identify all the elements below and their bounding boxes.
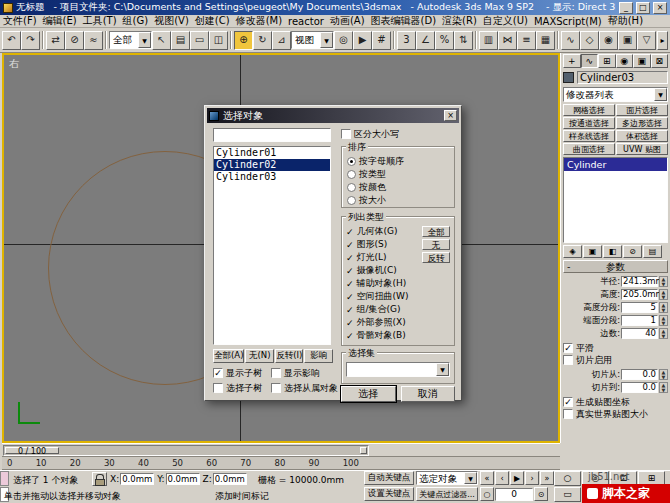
menu-item[interactable]: 修改器(M): [233, 14, 285, 28]
use-pivot-point-center-icon[interactable]: ◎: [334, 31, 353, 50]
chevron-down-icon[interactable]: [436, 363, 449, 376]
checkbox-box[interactable]: [271, 368, 281, 378]
parameter-input[interactable]: 5: [621, 302, 658, 313]
time-slider-handle[interactable]: 0 / 100: [5, 447, 59, 454]
select-and-rotate-icon[interactable]: ↻: [253, 31, 272, 50]
selection-lock-toggle-icon[interactable]: [92, 472, 107, 486]
spinner[interactable]: [659, 276, 668, 287]
case-sensitive-checkbox[interactable]: 区分大小写: [341, 128, 399, 140]
object-color-swatch[interactable]: [563, 72, 574, 83]
viewport-label[interactable]: 右: [9, 57, 19, 71]
checkbox-box[interactable]: [346, 305, 354, 315]
spinner[interactable]: [659, 382, 668, 393]
selection-set-dropdown[interactable]: [346, 362, 450, 377]
modifier-button[interactable]: 曲面选择: [563, 143, 615, 155]
configure-modifier-sets-icon[interactable]: ▤: [643, 245, 662, 258]
title-bar[interactable]: 无标题 - 项目文件夹: C:\Documents and Settings\p…: [0, 0, 670, 15]
menu-item[interactable]: 编辑(E): [40, 14, 80, 28]
schematic-view-icon[interactable]: ◇: [580, 31, 599, 50]
select-and-link-icon[interactable]: ⇄: [46, 31, 65, 50]
object-list-item[interactable]: Cylinder03: [214, 171, 330, 183]
keyboard-shortcut-override-icon[interactable]: #: [372, 31, 391, 50]
time-slider-right-arrow[interactable]: [360, 447, 367, 454]
spinner[interactable]: [659, 328, 668, 339]
unlink-selection-icon[interactable]: ⊘: [65, 31, 84, 50]
selection-filter-dropdown[interactable]: 全部: [109, 31, 152, 49]
coordinate-input[interactable]: 0.0mm: [213, 473, 247, 485]
select-and-move-icon[interactable]: ⊕: [234, 31, 253, 50]
menu-item[interactable]: reactor: [285, 16, 327, 27]
mirror-icon[interactable]: ⋈: [498, 31, 517, 50]
checkbox-box[interactable]: [346, 318, 354, 328]
zoom-region-icon[interactable]: ▭: [554, 487, 581, 502]
modifier-button[interactable]: 多边形选择: [616, 117, 668, 129]
tab-modify[interactable]: ∿: [581, 54, 599, 68]
tree-checkbox[interactable]: 显示子树: [213, 367, 271, 379]
parameter-checkbox[interactable]: 切片启用: [563, 354, 668, 366]
object-name-field[interactable]: Cylinder03: [577, 71, 668, 84]
menu-item[interactable]: 动画(A): [327, 14, 368, 28]
tree-checkbox[interactable]: 显示影响: [271, 367, 339, 379]
tab-utilities[interactable]: ⊠: [651, 54, 669, 68]
tab-display[interactable]: ▣: [633, 54, 651, 68]
modifier-button[interactable]: 样条线选择: [563, 130, 615, 142]
next-frame-button[interactable]: ›: [525, 471, 539, 485]
cancel-button[interactable]: 取消: [401, 386, 456, 402]
sort-radio[interactable]: 按类型: [347, 168, 449, 181]
menu-item[interactable]: 工具(T): [80, 14, 120, 28]
modifier-button[interactable]: 面片选择: [616, 104, 668, 116]
curve-editor-icon[interactable]: ∿: [561, 31, 580, 50]
modifier-button[interactable]: 网格选择: [563, 104, 615, 116]
selected-set-dropdown[interactable]: 选定对象: [416, 471, 478, 485]
select-object-icon[interactable]: ↖: [152, 31, 171, 50]
checkbox-box[interactable]: [213, 383, 223, 393]
minimize-button[interactable]: _: [619, 2, 633, 14]
layer-manager-icon[interactable]: ▦: [536, 31, 555, 50]
time-slider-track[interactable]: 0 / 100: [3, 445, 369, 456]
current-frame-field[interactable]: 0: [495, 488, 533, 501]
checkbox-box[interactable]: [346, 227, 354, 237]
angle-snap-toggle-icon[interactable]: ∠: [416, 31, 435, 50]
add-time-tag[interactable]: 添加时间标记: [215, 490, 269, 503]
edit-named-selection-sets-icon[interactable]: ▥: [479, 31, 498, 50]
make-unique-icon[interactable]: ◧: [603, 245, 622, 258]
toolbar-overflow-arrow[interactable]: ▸: [657, 31, 668, 50]
spinner[interactable]: [659, 289, 668, 300]
menu-item[interactable]: 视图(V): [151, 14, 192, 28]
parameter-checkbox[interactable]: 真实世界贴图大小: [563, 408, 668, 420]
coordinate-input[interactable]: 0.0mm: [120, 473, 154, 485]
show-end-result-icon[interactable]: ▣: [583, 245, 602, 258]
go-to-end-button[interactable]: »: [540, 471, 554, 485]
select-button[interactable]: 选择: [341, 386, 396, 402]
radio-dot[interactable]: [347, 183, 356, 192]
menu-item[interactable]: 组(G): [120, 14, 152, 28]
menu-item[interactable]: 帮助(H): [605, 14, 646, 28]
key-mode-toggle[interactable]: ○: [480, 487, 494, 501]
redo-icon[interactable]: ↷: [21, 31, 40, 50]
checkbox-box[interactable]: [346, 240, 354, 250]
modifier-list-dropdown[interactable]: 修改器列表: [563, 87, 668, 102]
sort-radio[interactable]: 按字母顺序: [347, 155, 449, 168]
material-editor-icon[interactable]: ◉: [599, 31, 618, 50]
checkbox-box[interactable]: [346, 253, 354, 263]
parameter-checkbox[interactable]: 生成贴图坐标: [563, 396, 668, 408]
track-bar[interactable]: 0102030405060708090100: [2, 456, 560, 470]
checkbox-box[interactable]: [346, 279, 354, 289]
percent-snap-toggle-icon[interactable]: %: [435, 31, 454, 50]
checkbox-box[interactable]: [563, 343, 573, 353]
select-by-name-icon[interactable]: ▤: [171, 31, 190, 50]
quick-render-icon[interactable]: ▽: [637, 31, 656, 50]
menu-item[interactable]: 文件(F): [0, 14, 40, 28]
tree-checkbox[interactable]: 选择从属对象: [271, 382, 339, 394]
stack-item[interactable]: Cylinder: [564, 158, 667, 171]
close-button[interactable]: ×: [653, 2, 667, 14]
parameter-input[interactable]: 0.0: [621, 369, 658, 380]
checkbox-box[interactable]: [346, 292, 354, 302]
type-filter-button[interactable]: 无: [422, 239, 450, 250]
chevron-down-icon[interactable]: [320, 32, 333, 48]
dialog-title-bar[interactable]: 选择对象: [207, 108, 459, 123]
go-to-start-button[interactable]: «: [480, 471, 494, 485]
auto-key-button[interactable]: 自动关键点: [364, 471, 414, 485]
render-setup-icon[interactable]: ▣: [618, 31, 637, 50]
tab-hierarchy[interactable]: ⊞: [598, 54, 616, 68]
